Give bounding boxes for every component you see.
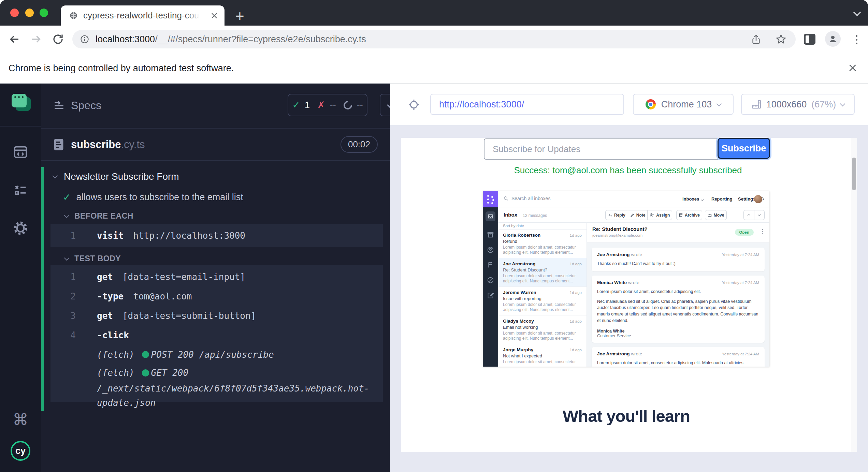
- mail-detail-header: Re: Student Discount? joearmstrong@examp…: [587, 223, 769, 243]
- command-method: visit: [97, 231, 124, 241]
- aut-url-text: http://localhost:3000/: [439, 99, 524, 110]
- mail-reply-button: Reply: [606, 210, 628, 220]
- spec-file-name: subscribe: [71, 138, 121, 151]
- mail-message-count: 12 messages: [523, 213, 547, 218]
- before-each-hook[interactable]: BEFORE EACH: [65, 211, 133, 221]
- command-method: -click: [97, 330, 129, 340]
- mail-list-item-selected: Joe Armstrong1d ago Re: Student Discount…: [498, 258, 587, 287]
- spec-file-ext: .cy.ts: [121, 138, 145, 151]
- bookmark-star-icon[interactable]: [775, 33, 787, 45]
- viewport-scale-text: (67%): [811, 99, 836, 110]
- subscribe-success-message: Success: tom@aol.com has been successful…: [484, 165, 772, 176]
- minimize-window-button[interactable]: [25, 9, 34, 17]
- close-window-button[interactable]: [10, 9, 19, 17]
- chevron-down-icon: [53, 173, 58, 179]
- site-info-icon[interactable]: [80, 34, 89, 44]
- hook-label: TEST BODY: [74, 254, 121, 263]
- address-bar[interactable]: localhost:3000/__/#/specs/runner?file=cy…: [72, 30, 796, 48]
- cypress-runner: ⌘ cy Specs ✓ 1 ✗ -- --: [0, 84, 868, 472]
- specs-list-icon[interactable]: [53, 100, 65, 112]
- subscribe-button[interactable]: Subscribe: [718, 138, 770, 159]
- command-method: -type: [97, 291, 124, 301]
- maximize-window-button[interactable]: [40, 9, 48, 17]
- browser-version-text: Chrome 103: [661, 99, 712, 110]
- browser-tab[interactable]: cypress-realworld-testing-cou: [61, 5, 225, 26]
- command-args: [data-test=submit-button]: [122, 311, 256, 321]
- viewport-selector[interactable]: 1000x660 (67%): [741, 94, 855, 115]
- suite-row[interactable]: Newsletter Subscribe Form: [53, 171, 179, 182]
- subscribe-email-input[interactable]: [484, 138, 733, 160]
- aut-url-input[interactable]: http://localhost:3000/: [430, 94, 624, 115]
- gear-icon: [12, 220, 29, 236]
- tab-title: cypress-realworld-testing-cou: [83, 10, 199, 21]
- cypress-brand-logo[interactable]: cy: [0, 441, 41, 461]
- mail-sidebar: [483, 191, 498, 367]
- fetch-log-row[interactable]: (fetch) POST 200 /api/subscribe: [50, 345, 383, 364]
- back-button[interactable]: [8, 33, 20, 45]
- side-panel-icon[interactable]: [804, 34, 815, 45]
- learn-heading: What you'll learn: [563, 407, 690, 426]
- mail-status-badge: Open: [735, 229, 754, 236]
- mail-list-item: Jorge Murphy1d ago Not what I expected L…: [498, 344, 587, 367]
- chrome-menu-icon[interactable]: [856, 33, 857, 46]
- test-body-commands: 1 get [data-test=email-input] 2 -type to…: [50, 265, 383, 402]
- keyboard-shortcuts-icon[interactable]: ⌘: [0, 410, 41, 429]
- automation-notice-text: Chrome is being controlled by automated …: [9, 53, 234, 83]
- specs-title-text: Specs: [71, 99, 101, 112]
- aut-scrollbar-track[interactable]: [851, 138, 857, 452]
- mail-search: Search all inboxes: [504, 196, 550, 201]
- new-tab-button[interactable]: +: [235, 8, 244, 25]
- reload-button[interactable]: [52, 33, 64, 45]
- mail-nav-inboxes: Inboxes: [682, 196, 703, 202]
- test-row[interactable]: ✓ allows users to subscribe to the email…: [63, 192, 243, 203]
- test-title: allows users to subscribe to the email l…: [76, 192, 243, 203]
- command-row[interactable]: 1 get [data-test=email-input]: [50, 265, 383, 286]
- forward-button[interactable]: [30, 33, 42, 45]
- pending-count: --: [357, 100, 363, 110]
- mail-toolbar: Inbox 12 messages Reply Note As: [498, 207, 769, 223]
- mail-blocked-icon: [487, 277, 494, 284]
- notice-close-icon[interactable]: [848, 63, 858, 73]
- command-row[interactable]: 3 get [data-test=submit-button]: [50, 306, 383, 325]
- browser-selector[interactable]: Chrome 103: [633, 94, 734, 115]
- success-dot-icon: [142, 351, 149, 358]
- specs-header: Specs: [53, 99, 101, 112]
- chevron-down-icon: [64, 212, 70, 218]
- spec-file-row[interactable]: subscribe .cy.ts 00:02: [41, 129, 390, 160]
- profile-avatar[interactable]: [825, 31, 841, 47]
- pending-icon: [342, 99, 353, 111]
- sidebar-item-settings[interactable]: [0, 220, 41, 236]
- tab-close-icon[interactable]: [210, 12, 218, 20]
- mail-thread: Joe Armstrong wroteYesterday at 7:24 AM …: [587, 243, 769, 367]
- mail-next-icon: [754, 210, 764, 220]
- mail-list-item: Jerome Warren1d ago Issue with reporting…: [498, 287, 587, 315]
- mail-note-button: Note: [628, 210, 648, 220]
- command-row[interactable]: 4 -click: [50, 325, 383, 345]
- passed-count: 1: [305, 100, 310, 110]
- mail-move-button: Move: [705, 210, 727, 220]
- cypress-app-logo[interactable]: [0, 84, 41, 121]
- mail-list-item: Gladys Mccoy1d ago Email not working Lor…: [498, 315, 587, 344]
- selector-playground-icon[interactable]: [408, 99, 420, 111]
- sidebar-item-specs[interactable]: [0, 144, 41, 160]
- sidebar-item-runs[interactable]: [0, 182, 41, 198]
- tab-search-chevron-icon[interactable]: [854, 10, 860, 16]
- command-row[interactable]: 2 -type tom@aol.com: [50, 286, 383, 306]
- mail-inbox-icon: [486, 211, 495, 221]
- chevron-down-icon: [840, 101, 845, 106]
- search-icon: [504, 196, 508, 201]
- command-number: 1: [50, 231, 76, 241]
- person-icon: [828, 34, 838, 44]
- aut-scrollbar-thumb[interactable]: [852, 158, 856, 190]
- fetch-url-line: update.json: [50, 396, 383, 410]
- fetch-url-line: /_next/static/webpack/6f8f07d5f343ae35.w…: [50, 381, 383, 396]
- fetch-log-row[interactable]: (fetch) GET 200: [50, 364, 383, 381]
- command-row[interactable]: 1 visit http://localhost:3000: [50, 224, 383, 247]
- share-icon[interactable]: [751, 34, 762, 45]
- command-number: 1: [50, 272, 76, 282]
- mail-assign-button: Assign: [647, 210, 672, 220]
- tab-strip: cypress-realworld-testing-cou +: [0, 0, 868, 26]
- test-body-hook[interactable]: TEST BODY: [65, 254, 121, 263]
- passed-icon: ✓: [292, 100, 300, 110]
- mail-prev-next-group: [743, 210, 765, 220]
